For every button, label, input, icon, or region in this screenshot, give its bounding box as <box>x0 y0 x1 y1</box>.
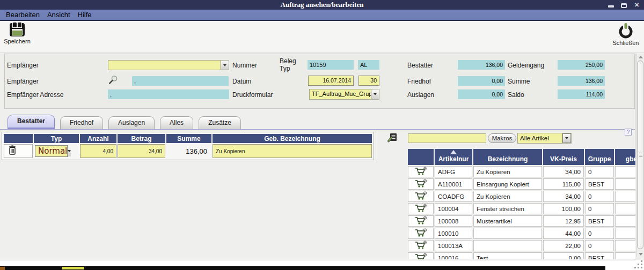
article-search-input[interactable] <box>408 133 486 143</box>
beleg-field[interactable]: 10159 <box>308 60 354 70</box>
tab-zusaetze[interactable]: Zusätze <box>199 116 241 129</box>
menu-hilfe[interactable]: Hilfe <box>74 10 96 20</box>
article-number-cell[interactable]: 100004 <box>435 203 472 214</box>
article-name-cell[interactable]: Einsargung Kopiert <box>473 178 542 190</box>
article-group-cell[interactable]: BEST <box>585 178 614 190</box>
article-name-cell[interactable]: Fenster streichen <box>473 203 542 214</box>
maximize-button[interactable] <box>620 2 628 8</box>
col-header-artikelnummer[interactable]: Artikelnur <box>435 149 472 165</box>
article-extra-cell[interactable] <box>615 203 635 214</box>
article-price-cell[interactable]: 115,00 <box>543 178 584 190</box>
empfaenger-adresse-field[interactable]: , <box>108 89 229 99</box>
col-header-gruppe[interactable]: Gruppe <box>585 149 614 165</box>
article-filter-combobox[interactable]: Alle Artikel <box>517 133 572 144</box>
close-window-button[interactable]: Schließen <box>609 22 643 51</box>
notes-icon[interactable] <box>387 133 398 143</box>
article-name-cell[interactable]: Musterartikel <box>473 215 542 227</box>
save-button[interactable]: Speichern <box>0 22 34 51</box>
dropdown-arrow-icon[interactable] <box>67 146 71 156</box>
scroll-down-button[interactable] <box>637 251 644 257</box>
search-lens-icon[interactable] <box>108 75 118 85</box>
help-button[interactable]: ? <box>625 129 632 136</box>
article-number-cell[interactable]: 100010 <box>435 228 472 239</box>
article-price-cell[interactable]: 34,00 <box>543 191 584 202</box>
empfaenger1-label: Empfänger <box>7 62 39 69</box>
datum-field[interactable]: 16.07.2014 <box>308 76 354 86</box>
tab-friedhof[interactable]: Friedhof <box>60 116 103 129</box>
typ-field[interactable]: AL <box>358 60 379 70</box>
col-header-vk-preis[interactable]: VK-Preis <box>543 149 584 165</box>
article-price-cell[interactable]: 100,00 <box>543 203 584 214</box>
resize-grip[interactable] <box>632 259 643 269</box>
article-number-cell[interactable]: ADFG <box>435 166 472 177</box>
makros-button[interactable]: Makros <box>488 133 516 143</box>
article-price-cell[interactable]: 22,00 <box>543 240 584 251</box>
article-price-cell[interactable]: 44,00 <box>543 228 584 239</box>
friedhof-label: Friedhof <box>407 78 431 85</box>
article-name-cell[interactable]: Zu Kopieren <box>473 166 542 177</box>
add-to-cart-button[interactable] <box>408 215 434 227</box>
dropdown-arrow-icon[interactable] <box>562 133 571 143</box>
druckformular-combobox[interactable]: TF_Auftrag_Muc_Gruppe <box>309 89 379 100</box>
article-group-cell[interactable]: 0 <box>585 240 614 251</box>
article-extra-cell[interactable] <box>615 252 635 259</box>
delete-row-button[interactable] <box>4 144 33 158</box>
anzahl-field[interactable]: 4,00 <box>80 144 116 158</box>
scrollbar-thumb[interactable] <box>637 61 643 249</box>
minimize-icon <box>608 5 614 8</box>
add-to-cart-button[interactable] <box>408 166 434 177</box>
article-number-cell[interactable]: 100008 <box>435 215 472 227</box>
article-name-cell[interactable] <box>473 228 542 239</box>
article-number-cell[interactable]: COADFG <box>435 191 472 202</box>
add-to-cart-button[interactable] <box>408 203 434 214</box>
tab-alles[interactable]: Alles <box>160 116 193 129</box>
article-name-cell[interactable] <box>473 240 542 251</box>
article-extra-cell[interactable] <box>615 228 635 239</box>
empfaenger-name-field[interactable]: , <box>132 76 229 86</box>
article-group-cell[interactable]: BEST <box>585 252 614 259</box>
vertical-scrollbar[interactable] <box>636 54 643 257</box>
article-group-cell[interactable]: 0 <box>585 191 614 202</box>
article-number-cell[interactable]: 100013A <box>435 240 472 251</box>
tab-bestatter[interactable]: Bestatter <box>8 115 55 129</box>
article-group-cell[interactable]: BEST <box>585 215 614 227</box>
article-price-cell[interactable]: 34,00 <box>543 166 584 177</box>
typ-select[interactable]: Normal <box>35 145 68 157</box>
col-header-bezeichnung[interactable]: Bezeichnung <box>473 149 542 165</box>
scroll-up-button[interactable] <box>637 54 644 60</box>
article-name-cell[interactable]: Zu Kopieren <box>473 191 542 202</box>
betrag-field[interactable]: 34,00 <box>118 144 165 158</box>
article-row: 100004 Fenster streichen 100,00 0 <box>408 203 635 214</box>
tab-auslagen[interactable]: Auslagen <box>108 116 155 129</box>
zahlungsziel-field[interactable]: 30 <box>358 76 379 86</box>
article-name-cell[interactable]: Test <box>473 252 542 259</box>
article-extra-cell[interactable] <box>615 191 635 202</box>
dropdown-arrow-icon[interactable] <box>221 61 229 70</box>
article-price-cell[interactable]: 0,00 <box>543 252 584 259</box>
cart-plus-icon <box>414 241 427 250</box>
col-header-gbe[interactable]: gbe <box>615 149 635 165</box>
article-extra-cell[interactable] <box>615 166 635 177</box>
add-to-cart-button[interactable] <box>408 178 434 190</box>
article-group-cell[interactable]: 0 <box>585 166 614 177</box>
article-extra-cell[interactable] <box>615 178 635 190</box>
close-button[interactable]: ✕ <box>633 2 641 8</box>
dropdown-arrow-icon[interactable] <box>371 89 379 99</box>
minimize-button[interactable] <box>607 2 615 8</box>
article-extra-cell[interactable] <box>615 215 635 227</box>
article-extra-cell[interactable] <box>615 240 635 251</box>
add-to-cart-button[interactable] <box>408 252 434 259</box>
article-number-cell[interactable]: 100016 <box>435 252 472 259</box>
article-price-cell[interactable]: 12,95 <box>543 215 584 227</box>
add-to-cart-button[interactable] <box>408 228 434 239</box>
add-to-cart-button[interactable] <box>408 240 434 251</box>
geb-bezeichnung-field[interactable]: Zu Kopieren <box>213 144 372 158</box>
article-group-cell[interactable]: 0 <box>585 228 614 239</box>
article-number-cell[interactable]: A110001 <box>435 178 472 190</box>
article-group-cell[interactable]: 0 <box>585 203 614 214</box>
menu-bearbeiten[interactable]: Bearbeiten <box>2 10 43 20</box>
menu-ansicht[interactable]: Ansicht <box>43 10 74 20</box>
add-to-cart-button[interactable] <box>408 191 434 202</box>
order-form: Empfänger Nummer Beleg Typ 10159 AL Best… <box>4 54 635 109</box>
empfaenger-combobox[interactable] <box>108 60 229 70</box>
